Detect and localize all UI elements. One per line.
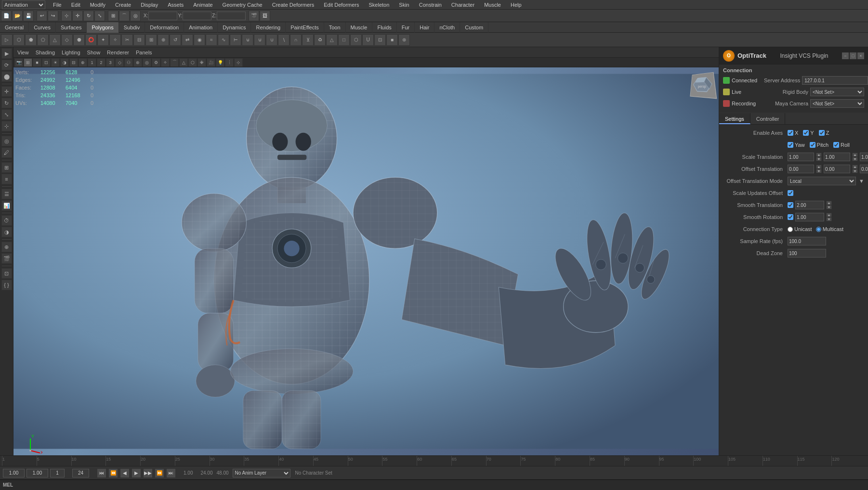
tab-ncloth[interactable]: nCloth (434, 22, 460, 33)
frame-input[interactable] (50, 469, 65, 477)
tab-toon[interactable]: Toon (324, 22, 346, 33)
show-menu[interactable]: Show (85, 50, 103, 55)
quick-select-btn[interactable]: ⊡ (1, 268, 12, 279)
smooth-btn[interactable]: ◉ (194, 34, 205, 46)
menu-createdef[interactable]: Create Deformers (270, 2, 316, 8)
transport-next-key-btn[interactable]: ⏩ (155, 468, 164, 478)
smooth-rot-checkbox[interactable] (788, 214, 793, 220)
panel-min-btn[interactable]: − (842, 52, 849, 59)
menu-display[interactable]: Display (139, 2, 160, 8)
viewport-canvas[interactable]: persp Y X (13, 67, 719, 455)
menu-file[interactable]: File (51, 2, 64, 8)
unicast-radio[interactable] (788, 227, 793, 232)
ipr-btn[interactable]: 🖼 (260, 11, 270, 21)
ngon-btn[interactable]: ⬡ (350, 34, 362, 46)
render-btn[interactable]: 🎬 (249, 11, 259, 21)
select-mode-btn[interactable]: ▷ (1, 34, 13, 46)
scale-btn[interactable]: ⤡ (94, 11, 105, 21)
bevel-btn[interactable]: ◇ (61, 34, 73, 46)
average-btn[interactable]: ≈ (206, 34, 217, 46)
reduce-btn[interactable]: ⊻ (302, 34, 314, 46)
blend-shape-btn[interactable]: ◑ (1, 227, 12, 237)
undo-btn[interactable]: ↩ (37, 11, 47, 21)
cut-btn[interactable]: ✂ (121, 34, 133, 46)
tab-controller[interactable]: Controller (750, 113, 786, 124)
offset-y-dn[interactable]: ▼ (852, 169, 858, 173)
new-file-btn[interactable]: 📄 (1, 11, 12, 21)
menu-muscle[interactable]: Muscle (482, 2, 503, 8)
tab-painteffects[interactable]: PaintEffects (286, 22, 324, 33)
tab-dynamics[interactable]: Dynamics (218, 22, 251, 33)
bool-union-btn[interactable]: ∪ (266, 34, 277, 46)
paint-select-tool[interactable]: ⬤ (1, 71, 12, 82)
tab-muscle[interactable]: Muscle (346, 22, 373, 33)
bool-int-btn[interactable]: ∩ (290, 34, 302, 46)
universal-tool[interactable]: ⊹ (1, 121, 12, 131)
vp-cam-btn[interactable]: 📷 (14, 58, 23, 67)
multicast-radio[interactable] (816, 227, 821, 232)
mirror-btn[interactable]: ⊢ (230, 34, 241, 46)
move-btn[interactable]: ✛ (72, 11, 83, 21)
time-editor-btn[interactable]: ⏱ (1, 215, 12, 226)
snap-curve-btn[interactable]: ⌒ (119, 11, 130, 21)
axis-pitch-checkbox[interactable] (810, 142, 815, 148)
end-frame-input[interactable] (72, 469, 89, 477)
rotate-btn[interactable]: ↻ (83, 11, 94, 21)
outliner-btn[interactable]: ☰ (1, 189, 12, 199)
quad-btn[interactable]: □ (338, 34, 350, 46)
attr-editor-btn[interactable]: ≡ (1, 174, 12, 184)
offset-loop-btn[interactable]: ⊞ (145, 34, 157, 46)
server-address-input[interactable] (802, 76, 868, 85)
move-poly-btn[interactable]: ⬠ (37, 34, 49, 46)
anim-layer-select[interactable]: No Anim Layer (233, 469, 290, 477)
vp-shadow-btn[interactable]: ◑ (60, 58, 69, 67)
paint-btn[interactable]: ⬟ (25, 34, 37, 46)
scale-y-input[interactable] (824, 153, 850, 161)
menu-editdef[interactable]: Edit Deformers (322, 2, 361, 8)
range-end-input[interactable] (26, 469, 48, 477)
offset-z-input[interactable] (860, 165, 868, 173)
snap-grid-btn[interactable]: ⊞ (108, 11, 118, 21)
view-menu[interactable]: View (15, 50, 31, 55)
scale-updates-checkbox[interactable] (788, 190, 793, 196)
triangulate-btn[interactable]: △ (326, 34, 338, 46)
move-tool[interactable]: ✛ (1, 86, 12, 97)
vp-grid-btn[interactable]: ⊟ (69, 58, 78, 67)
menu-assets[interactable]: Assets (166, 2, 185, 8)
tab-animation[interactable]: Animation (184, 22, 218, 33)
merge-btn[interactable]: ✦ (97, 34, 109, 46)
offset-x-dn[interactable]: ▼ (816, 169, 822, 173)
smooth-trans-checkbox[interactable] (788, 202, 793, 208)
uv-editor-btn[interactable]: U (362, 34, 374, 46)
soft-select-tool[interactable]: ◎ (1, 136, 12, 146)
vp-res2-btn[interactable]: 2 (97, 58, 105, 67)
circularize-btn[interactable]: ⊕ (158, 34, 169, 46)
scale-x-dn[interactable]: ▼ (816, 157, 822, 161)
vp-ik-btn[interactable]: ⚙ (152, 58, 160, 67)
z-input[interactable] (217, 12, 246, 20)
transport-first-btn[interactable]: ⏮ (97, 468, 106, 478)
tab-custom[interactable]: Custom (460, 22, 488, 33)
rigid-body-select[interactable]: <Not Set> (810, 88, 864, 96)
redo-btn[interactable]: ↪ (48, 11, 58, 21)
smooth-rot-input[interactable] (795, 213, 824, 221)
menu-character[interactable]: Character (449, 2, 476, 8)
vp-light-btn[interactable]: ☀ (51, 58, 60, 67)
fill-hole-btn[interactable]: ⭕ (85, 34, 97, 46)
offset-x-input[interactable] (788, 165, 814, 173)
menu-help[interactable]: Help (509, 2, 524, 8)
maya-camera-select[interactable]: <Not Set> (810, 99, 864, 108)
scale-y-up[interactable]: ▲ (852, 153, 858, 157)
snap-point-btn[interactable]: ◎ (130, 11, 141, 21)
relax-btn[interactable]: ∿ (218, 34, 229, 46)
display-solid-btn[interactable]: ■ (386, 34, 398, 46)
panel-close-btn[interactable]: × (857, 52, 864, 59)
vp-poly-btn[interactable]: △ (179, 58, 188, 67)
bridge-btn[interactable]: ⬣ (73, 34, 85, 46)
axis-y-checkbox[interactable] (803, 130, 809, 136)
cleanup-btn[interactable]: ♻ (314, 34, 326, 46)
vp-light2-btn[interactable]: 💡 (216, 58, 224, 67)
graph-editor-btn[interactable]: 📊 (1, 200, 12, 211)
tab-deformation[interactable]: Deformation (145, 22, 184, 33)
select-tool[interactable]: ▶ (1, 48, 12, 59)
